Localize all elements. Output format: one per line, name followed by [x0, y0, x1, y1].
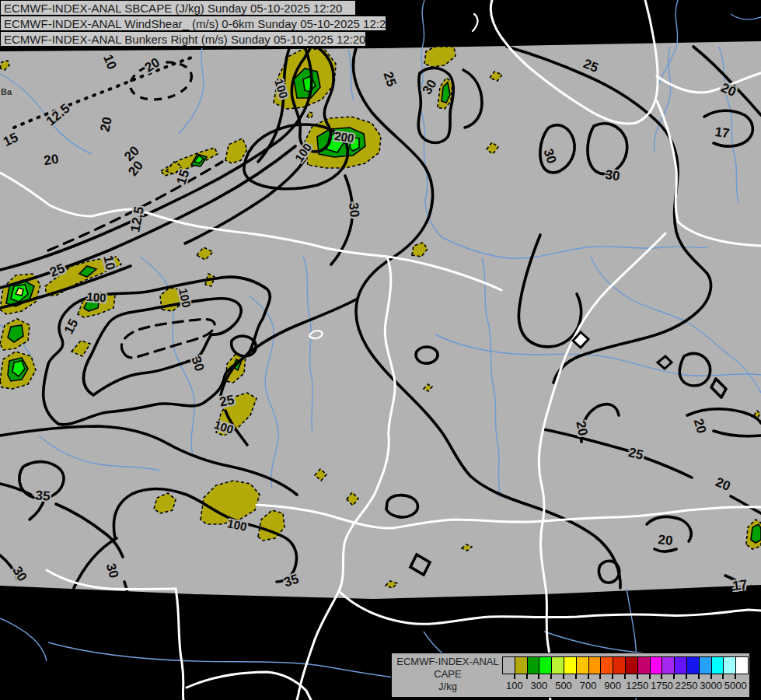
legend-tick — [698, 674, 700, 679]
legend-tick-label: 5000 — [724, 680, 747, 691]
legend-swatch — [564, 656, 577, 674]
legend-tick — [550, 674, 552, 679]
legend-swatch — [625, 656, 638, 674]
legend-swatch — [576, 656, 589, 674]
legend-tick — [673, 674, 675, 679]
legend-tick-label: 700 — [580, 680, 597, 691]
legend-tick — [710, 674, 712, 679]
legend-tick-label: 2250 — [675, 680, 698, 691]
legend-swatch — [588, 656, 602, 674]
legend-tick — [686, 674, 687, 679]
legend-tick — [649, 674, 651, 679]
legend-tick — [722, 674, 724, 679]
legend-tick — [661, 674, 662, 679]
legend-tick — [637, 674, 638, 679]
legend-tick-label: 1250 — [626, 680, 648, 691]
weather-map-screenshot: 12.51520102020202012.5152515102510020010… — [0, 0, 761, 700]
legend-tick-label: 900 — [604, 680, 621, 691]
legend-tick-label: 300 — [531, 680, 548, 691]
legend-swatch — [539, 656, 552, 674]
title-line-bunkers: ECMWF-INDEX-ANAL Bunkers Right (m/s) Sun… — [0, 31, 366, 47]
legend-swatch — [515, 656, 528, 674]
legend-tick — [575, 674, 577, 679]
legend-tick-label: 1750 — [651, 680, 673, 691]
legend-swatch — [699, 656, 712, 674]
legend-swatch — [551, 656, 564, 674]
legend-title-model: ECMWF-INDEX-ANAL — [396, 656, 499, 668]
legend-swatch — [735, 656, 749, 674]
legend-tick — [588, 674, 589, 679]
legend-tick-label: 100 — [506, 680, 523, 691]
legend-title-units: J/kg — [396, 681, 499, 693]
legend-tick — [563, 674, 564, 679]
legend-tick — [612, 674, 613, 679]
legend-tick — [514, 674, 515, 679]
title-line-sbcape: ECMWF-INDEX-ANAL SBCAPE (J/kg) Sunday 05… — [0, 0, 356, 16]
legend-swatch — [637, 656, 651, 674]
map-canvas — [0, 0, 761, 700]
legend-tick-labels: 10030050070090012501750225030005000 — [502, 680, 748, 692]
legend-tick — [538, 674, 539, 679]
stray-map-label: Ba — [1, 87, 12, 96]
legend-ticks — [502, 674, 748, 679]
legend-swatch — [600, 656, 613, 674]
legend-tick — [599, 674, 601, 679]
legend-swatch — [502, 656, 515, 674]
legend-tick — [735, 674, 736, 679]
legend-swatch — [686, 656, 700, 674]
legend-colorbar — [502, 656, 749, 674]
title-line-windshear: ECMWF-INDEX-ANAL WindShear_ (m/s) 0-6km … — [0, 16, 386, 31]
legend-swatch — [711, 656, 724, 674]
legend-tick — [526, 674, 528, 679]
legend-tick-label: 500 — [555, 680, 572, 691]
legend-swatch — [527, 656, 540, 674]
legend-title-param: CAPE — [396, 668, 499, 681]
legend-swatch — [674, 656, 687, 674]
legend-tick-label: 3000 — [700, 680, 722, 691]
legend-swatch — [662, 656, 675, 674]
legend-swatch — [613, 656, 626, 674]
legend-swatch — [723, 656, 736, 674]
legend-title-block: ECMWF-INDEX-ANAL CAPE J/kg — [396, 656, 499, 693]
legend-swatch — [650, 656, 663, 674]
cape-legend: ECMWF-INDEX-ANAL CAPE J/kg 1003005007009… — [391, 653, 750, 698]
legend-tick — [624, 674, 626, 679]
